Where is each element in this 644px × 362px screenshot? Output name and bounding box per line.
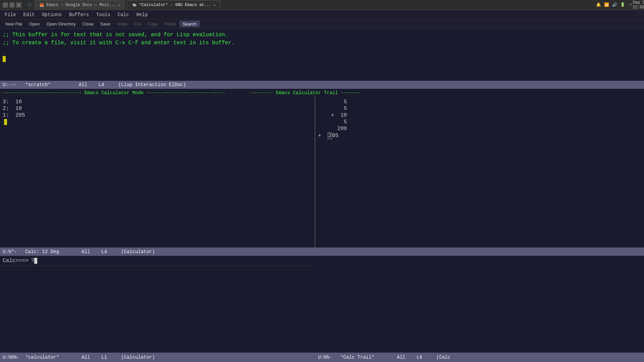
tab-label-google-docs: Emacs - Google Docs — Mozi... [46,3,116,7]
calc-divider-text: ---------------------------- Emacs Calcu… [3,90,361,96]
trail-row-1: 5 [318,99,641,105]
menu-calc[interactable]: Calc [114,11,132,18]
notification-icon: 🔔 [596,2,601,8]
toolbar: New File Open Open Directory Close Save … [0,19,644,29]
calc-area: 3: 10 2: 10 1: 205 ▶ 5 5 + 10 5 200 + 20… [0,97,644,248]
tab-close-google-docs[interactable]: ✕ [118,3,121,7]
trail-val-3: + 10 [331,112,347,118]
tab-google-docs[interactable]: 🦊 Emacs - Google Docs — Mozi... ✕ [35,0,125,10]
trail-val-2: 5 [331,106,347,112]
trail-val-5: 200 [331,126,347,132]
trail-cursor: 2 [328,132,332,139]
scratch-line-2: ;; To create a file, visit it with C-x C… [3,39,641,47]
cut-button[interactable]: Cut [131,21,144,27]
emacs-tab-icon: 🐃 [132,3,137,8]
scratch-cursor [3,56,6,62]
stack-row-1: 1: 205 [3,112,312,118]
calc-divider: ---------------------------- Emacs Calcu… [0,89,644,97]
trail-row-6: + 205 [318,132,641,139]
menu-help[interactable]: Help [133,11,151,18]
input-row[interactable]: Calc===> ? [0,256,644,266]
scratch-cursor-line [3,55,641,63]
network-icon: 📶 [604,2,609,8]
stack-row-3: 3: 10 [3,99,312,105]
save-button[interactable]: Save [98,21,113,27]
scratch-modeline: U:--- *scratch* All L4 (Lisp Interaction… [0,81,644,89]
minimize-icon[interactable]: ─ [3,2,8,8]
stack-value-2: 10 [15,106,22,112]
stack-label-2: 2: [3,106,13,112]
calc-input-value: ? [31,258,35,264]
bottom-modeline-right: U:%%- *Calc Trail* All L6 (Calc [315,353,644,362]
calc-prompt: Calc===> [3,258,29,264]
calc-trail-pane[interactable]: ▶ 5 5 + 10 5 200 + 205 [315,97,644,247]
menubar: File Edit Options Buffers Tools Calc Hel… [0,10,644,19]
bottom-modeline-left: U:%%%- *calculator* All L1 (Calculator) [0,353,315,362]
calc-cursor [4,119,7,125]
menu-edit[interactable]: Edit [20,11,38,18]
calc-main-pane[interactable]: 3: 10 2: 10 1: 205 [0,97,315,247]
stack-cursor-row [3,119,312,125]
open-directory-button[interactable]: Open Directory [44,21,78,27]
tab-calculator[interactable]: 🐃 *Calculator* - GNU Emacs at... ✕ [127,0,220,10]
tab-close-calculator[interactable]: ✕ [214,3,216,7]
scratch-buffer[interactable]: ;; This buffer is for text that is not s… [0,29,644,81]
titlebar: ─ □ ✕ ⬡ 🦊 Emacs - Google Docs — Mozi... … [0,0,644,10]
menu-file[interactable]: File [1,11,19,18]
trail-row-5: 200 [318,126,641,132]
trail-row-2: 5 [318,106,641,112]
vscode-icon: ⬡ [27,2,32,8]
trail-val-4: 5 [331,119,347,125]
trail-val-1: 5 [331,99,347,105]
calc-modeline-text: U:%*- Calc: 12 Deg All L4 (Calculator) [3,249,155,254]
calc-bottom-row: U:%*- Calc: 12 Deg All L4 (Calculator) [0,248,644,256]
calc-input-area[interactable]: Calc===> ? [0,256,315,266]
firefox-tab-icon: 🦊 [39,3,44,8]
new-file-button[interactable]: New File [3,21,25,27]
scratch-line-1: ;; This buffer is for text that is not s… [3,31,641,39]
bottom-modeline-right-text: U:%%- *Calc Trail* All L6 (Calc [318,355,450,360]
copy-button[interactable]: Copy [145,21,160,27]
stack-value-3: 10 [15,99,22,105]
stack-label-1: 1: [3,112,13,118]
calc-modeline: U:%*- Calc: 12 Deg All L4 (Calculator) [0,248,315,256]
paste-button[interactable]: Paste [162,21,178,27]
bottom-section: U:%*- Calc: 12 Deg All L4 (Calculator) C… [0,248,644,266]
menu-tools[interactable]: Tools [93,11,114,18]
maximize-icon[interactable]: □ [9,2,15,8]
undo-button[interactable]: Undo [114,21,130,27]
calc-input-cursor [34,258,37,264]
bottom-modeline-left-text: U:%%%- *calculator* All L1 (Calculator) [3,355,155,360]
stack-label-3: 3: [3,99,13,105]
trail-row-4: 5 [318,119,641,125]
scratch-line-3 [3,47,641,55]
volume-icon: 🔊 [612,2,617,8]
tab-label-calculator: *Calculator* - GNU Emacs at... [139,3,211,7]
stack-value-1: 205 [15,112,25,118]
scratch-modeline-text: U:--- *scratch* All L4 (Lisp Interaction… [3,82,186,87]
trail-row-3: + 10 [318,112,641,118]
stack-row-2: 2: 10 [3,106,312,112]
clock: Sep 3 22:08 [636,2,641,8]
trail-modeline [315,248,644,256]
battery-icon: 🔋 [620,2,625,8]
bottom-mode-lines: U:%%%- *calculator* All L1 (Calculator) … [0,353,644,362]
window-controls[interactable]: ─ □ ✕ [3,2,21,8]
open-button[interactable]: Open [26,21,43,27]
menu-options[interactable]: Options [39,11,65,18]
close-button[interactable]: Close [80,21,96,27]
close-window-icon[interactable]: ✕ [16,2,21,8]
menu-buffers[interactable]: Buffers [66,11,92,18]
search-button[interactable]: Search [180,21,200,27]
titlebar-right: 🔔 📶 🔊 🔋 ⚡ Sep 3 22:08 [596,2,641,8]
